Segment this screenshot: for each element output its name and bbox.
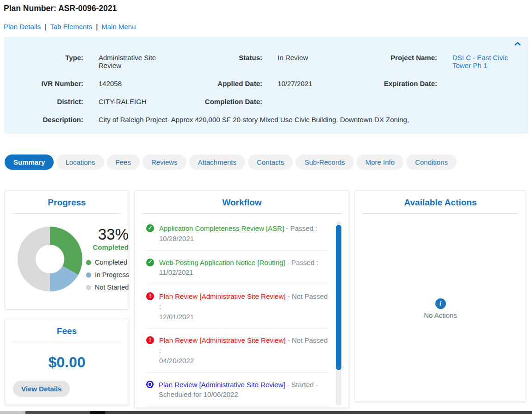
tab-conditions[interactable]: Conditions <box>406 154 457 170</box>
record-tabs: Summary Locations Fees Reviews Attachmen… <box>5 154 532 170</box>
project-name-link[interactable]: DSLC - East Civic Tower Ph 1 <box>452 54 508 69</box>
field-label-project-name: Project Name: <box>365 54 437 69</box>
tab-locations[interactable]: Locations <box>56 154 104 170</box>
field-label-district: District: <box>4 98 83 105</box>
tab-reviews[interactable]: Reviews <box>142 154 186 170</box>
breadcrumb: Plan Details|Tab Elements|Main Menu <box>4 23 532 31</box>
workflow-item: Approval Report <box>146 407 328 408</box>
scrollbar-track-segment <box>0 411 25 414</box>
workflow-card-title: Workflow <box>135 191 349 213</box>
workflow-item-status: - Started - <box>285 381 318 389</box>
legend-label-completed: Completed <box>95 259 127 266</box>
divider <box>142 213 342 214</box>
field-value-applied-date: 10/27/2021 <box>262 80 365 87</box>
workflow-scrollbar-track[interactable] <box>336 221 341 406</box>
field-value-project-name: DSLC - East Civic Tower Ph 1 <box>437 54 527 69</box>
field-value-expiration-date <box>437 80 528 87</box>
field-value-ivr-number: 142058 <box>83 80 198 87</box>
progress-legend: Completed In Progress Not Started <box>86 259 129 291</box>
workflow-item-date: 12/01/2021 <box>159 312 328 322</box>
tab-summary[interactable]: Summary <box>5 154 54 170</box>
exclamation-circle-icon: ! <box>146 292 154 300</box>
progress-donut-chart <box>18 227 82 291</box>
nav-link-tab-elements[interactable]: Tab Elements <box>50 23 92 31</box>
scrollbar-track-segment <box>105 411 532 414</box>
fees-card: Fees $0.00 View Details <box>5 319 129 405</box>
field-label-expiration-date: Expiration Date: <box>365 80 437 87</box>
legend-label-not-started: Not Started <box>95 284 129 291</box>
scrollbar-thumb[interactable] <box>90 411 105 414</box>
tab-contacts[interactable]: Contacts <box>248 154 293 170</box>
workflow-list: ✓ Application Completeness Review [ASR] … <box>146 216 328 408</box>
horizontal-scrollbar[interactable] <box>0 411 532 414</box>
legend-dot-not-started <box>86 285 91 290</box>
workflow-item-date: Scheduled for 10/06/2022 <box>159 389 318 400</box>
nav-separator: | <box>96 23 98 31</box>
divider <box>362 213 519 214</box>
chevron-up-icon[interactable] <box>514 42 521 46</box>
view-details-button[interactable]: View Details <box>13 381 70 397</box>
workflow-item-date: 04/20/2022 <box>159 356 328 366</box>
field-value-description: City of Raleigh Project- Approx 420,000 … <box>83 116 528 124</box>
workflow-item-name: Plan Review [Administrative Site Review] <box>159 292 285 300</box>
fees-amount: $0.00 <box>5 354 129 371</box>
nav-link-main-menu[interactable]: Main Menu <box>101 23 136 31</box>
workflow-item-date: 11/02/2021 <box>159 267 318 278</box>
scrollbar-track-segment <box>25 411 90 414</box>
available-actions-card: Available Actions i No Actions <box>355 190 526 402</box>
check-circle-icon: ✓ <box>146 224 154 232</box>
workflow-card: Workflow ✓ Application Completeness Revi… <box>135 190 349 408</box>
field-value-completion-date <box>262 98 365 105</box>
record-circle-icon <box>146 381 154 388</box>
field-label-applied-date: Applied Date: <box>198 80 262 87</box>
tab-attachments[interactable]: Attachments <box>189 154 245 170</box>
field-label-completion-date: Completion Date: <box>198 98 262 105</box>
field-value-type: Administrative Site Review <box>83 54 169 69</box>
field-value-district: CITY-RALEIGH <box>83 98 198 105</box>
tab-sub-records[interactable]: Sub-Records <box>296 154 354 170</box>
available-actions-card-title: Available Actions <box>355 191 526 213</box>
workflow-scrollbar-thumb[interactable] <box>336 225 341 370</box>
workflow-item-status: - Passed : <box>285 259 318 266</box>
workflow-item-date: 10/28/2021 <box>159 234 317 244</box>
workflow-item: ! Plan Review [Administrative Site Revie… <box>146 328 328 372</box>
workflow-item: ! Plan Review [Administrative Site Revie… <box>146 284 328 328</box>
field-label-status: Status: <box>198 54 262 69</box>
nav-link-plan-details[interactable]: Plan Details <box>4 23 41 31</box>
legend-dot-completed <box>86 260 91 265</box>
legend-label-in-progress: In Progress <box>95 271 129 278</box>
workflow-item-name: Web Posting Application Notice [Routing] <box>159 259 285 266</box>
divider <box>12 342 122 342</box>
no-actions-label: No Actions <box>424 311 457 319</box>
no-actions-empty-state: i No Actions <box>355 298 526 319</box>
tab-fees[interactable]: Fees <box>107 154 140 170</box>
workflow-item-name: Plan Review [Administrative Site Review] <box>159 336 285 344</box>
field-value-status: In Review <box>262 54 365 69</box>
workflow-item: ✓ Application Completeness Review [ASR] … <box>146 216 328 251</box>
nav-separator: | <box>44 23 46 31</box>
progress-percent-label: Completed <box>86 243 129 251</box>
workflow-item-status: - Passed : <box>284 224 317 232</box>
progress-percent: 33% <box>86 227 129 242</box>
field-label-description: Description: <box>4 116 83 124</box>
check-circle-icon: ✓ <box>146 259 154 266</box>
workflow-item: Plan Review [Administrative Site Review]… <box>146 373 328 407</box>
field-label-ivr-number: IVR Number: <box>4 80 83 87</box>
exclamation-circle-icon: ! <box>146 336 154 344</box>
workflow-item-name: Plan Review [Administrative Site Review] <box>159 381 285 389</box>
workflow-item: ✓ Web Posting Application Notice [Routin… <box>146 251 328 285</box>
plan-details-panel: Type: Administrative Site Review Status:… <box>4 37 528 134</box>
field-label-type: Type: <box>4 54 83 69</box>
progress-card-title: Progress <box>5 191 129 213</box>
progress-card: Progress 33% Completed Completed In Prog <box>5 190 129 309</box>
info-icon: i <box>435 298 446 309</box>
legend-dot-in-progress <box>86 272 91 278</box>
workflow-item-name: Application Completeness Review [ASR] <box>159 224 284 232</box>
page-title: Plan Number: ASR-0096-2021 <box>4 4 532 13</box>
fees-card-title: Fees <box>5 319 129 342</box>
tab-more-info[interactable]: More Info <box>357 154 403 170</box>
